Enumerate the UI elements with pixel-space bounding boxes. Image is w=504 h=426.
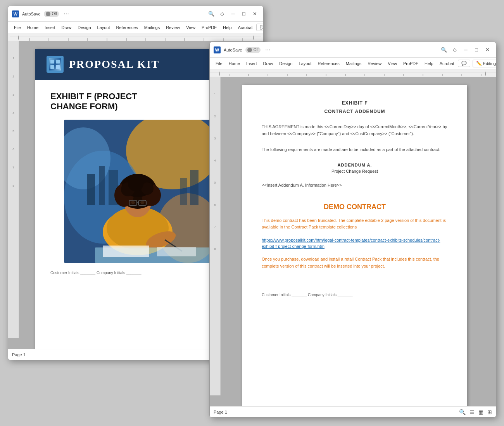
svg-rect-16 [56,65,60,69]
doc2-link[interactable]: https://www.proposalkit.com/htm/legal-co… [262,237,448,250]
diamond-btn-1[interactable]: ◇ [217,9,227,19]
menu-bar-2: File Home Insert Draw Design Layout Refe… [210,58,496,69]
menu-mail-1[interactable]: Mailings [142,24,162,31]
menu-ref-2[interactable]: References [315,60,342,67]
menu-view-2[interactable]: View [385,60,400,67]
minimize-btn-2[interactable]: ─ [461,45,470,55]
menu-ref-1[interactable]: References [114,24,141,31]
menu-home-1[interactable]: Home [24,24,41,31]
svg-point-41 [131,201,135,204]
status-icon-web-2[interactable]: ⊞ [487,409,492,415]
editing-label-2: Editing [483,61,496,66]
menu-review-1[interactable]: Review [163,24,183,31]
pk-title: Proposal Kit [69,58,159,70]
menu-propdf-2[interactable]: ProPDF [400,60,421,67]
doc1-artwork [64,120,211,263]
doc2-addendum-a: ADDENDUM A. [262,163,448,167]
word-icon-1: W [12,10,19,17]
autosave-label-1: AutoSave [22,12,41,16]
menu-layout-1[interactable]: Layout [95,24,113,31]
menu-insert-1[interactable]: Insert [42,24,58,31]
menu-draw-2[interactable]: Draw [261,60,276,67]
doc2-initials: Customer Initials _______ Company Initia… [262,293,448,297]
svg-point-37 [128,176,143,191]
close-btn-1[interactable]: ✕ [250,9,259,19]
menu-file-2[interactable]: File [213,60,225,67]
menu-propdf-1[interactable]: ProPDF [199,24,219,31]
menu-design-1[interactable]: Design [75,24,93,31]
doc2-insert: <<Insert Addendum A. Information Here>> [262,183,448,187]
menu-mail-2[interactable]: Mailings [343,60,364,67]
title-chevron-2: ⋯ [265,47,271,53]
status-icon-layout-2[interactable]: ☰ [469,409,475,415]
menu-home-2[interactable]: Home [226,60,243,67]
ruler-ticks-2 [210,69,496,77]
doc-area-2: 1 2 3 4 5 6 7 8 EXHIBIT F CONTRACT ADDEN… [210,77,496,406]
doc2-purchase-text: Once you purchase, download and install … [262,256,448,270]
svg-rect-15 [50,65,54,69]
ruler-marks [8,33,263,41]
search-btn-1[interactable]: 🔍 [207,9,216,19]
menu-view-1[interactable]: View [183,24,198,31]
status-page-1: Page 1 [12,352,26,357]
menu-layout-2[interactable]: Layout [296,60,314,67]
menu-file-1[interactable]: File [11,24,24,31]
comment-btn-1[interactable]: 💬 [256,24,264,31]
status-page-2: Page 1 [214,410,227,414]
svg-rect-25 [180,178,187,205]
autosave-toggle-1[interactable]: Off [44,11,59,17]
doc2-demo-title: DEMO CONTRACT [262,203,448,211]
menu-draw-1[interactable]: Draw [59,24,74,31]
maximize-btn-2[interactable]: □ [472,45,481,55]
search-btn-2[interactable]: 🔍 [439,45,449,55]
comment-icon-1: 💬 [260,25,264,30]
minimize-btn-1[interactable]: ─ [228,9,238,19]
svg-rect-22 [87,174,95,205]
title-btn-group-1: 🔍 ◇ ─ □ ✕ [207,9,259,19]
toggle-knob-2 [247,48,252,52]
menu-review-2[interactable]: Review [365,60,384,67]
status-bar-2: Page 1 🔍 ☰ ▦ ⊞ [210,406,496,417]
doc2-contract-addendum: CONTRACT ADDENDUM [262,109,448,114]
svg-rect-26 [190,170,198,205]
doc2-demo-text1: This demo contract has been truncated. T… [262,217,448,231]
svg-rect-23 [99,166,105,205]
title-chevron-1: ⋯ [64,11,69,17]
menu-design-2[interactable]: Design [276,60,295,67]
svg-rect-47 [157,247,196,256]
ruler-svg-1 [10,34,261,41]
editing-btn-2[interactable]: ✏️ Editing › [473,60,496,67]
doc1-initials: Customer Initials _______ Company Initia… [50,271,225,275]
pk-logo-inner [49,58,61,70]
menu-acrobat-1[interactable]: Acrobat [235,24,255,31]
menu-right-1: 💬 ✏️ Editing › [256,24,264,31]
status-icon-print-2[interactable]: ▦ [478,409,483,415]
svg-rect-46 [103,246,149,257]
doc1-title: EXHIBIT F (PROJECT CHANGE FORM) [50,91,225,112]
doc1-image [64,120,211,263]
left-ruler-1: 1 2 3 4 5 6 7 8 [8,41,19,338]
status-icon-focus-2[interactable]: 🔍 [459,409,466,415]
doc-page-2: EXHIBIT F CONTRACT ADDENDUM THIS AGREEME… [242,85,467,406]
menu-acrobat-2[interactable]: Acrobat [437,60,457,67]
title-bar-2: W AutoSave Off ⋯ 🔍 ◇ ─ □ ✕ [210,42,496,58]
toggle-off-2: Off [254,48,259,52]
word-icon-2: W [214,46,221,53]
close-btn-2[interactable]: ✕ [483,45,492,55]
doc2-following: The following requirements are made and … [262,146,448,153]
menu-right-2: 💬 ✏️ Editing › [458,60,496,67]
doc2-agreement: THIS AGREEMENT is made this <<CurrentDay… [262,124,448,137]
comment-icon-2: 💬 [461,61,467,66]
doc2-exhibit: EXHIBIT F [262,100,448,106]
menu-insert-2[interactable]: Insert [243,60,260,67]
maximize-btn-1[interactable]: □ [239,9,249,19]
diamond-btn-2[interactable]: ◇ [450,45,459,55]
autosave-toggle-2[interactable]: Off [245,47,261,53]
title-bar-1: W AutoSave Off ⋯ 🔍 ◇ ─ □ ✕ [8,6,263,22]
pencil-icon-2: ✏️ [476,61,482,66]
menu-help-1[interactable]: Help [220,24,235,31]
menu-help-2[interactable]: Help [422,60,436,67]
comment-btn-2[interactable]: 💬 [458,60,470,67]
doc2-project-change: Project Change Request [262,169,448,173]
ruler-svg-2 [210,69,496,76]
